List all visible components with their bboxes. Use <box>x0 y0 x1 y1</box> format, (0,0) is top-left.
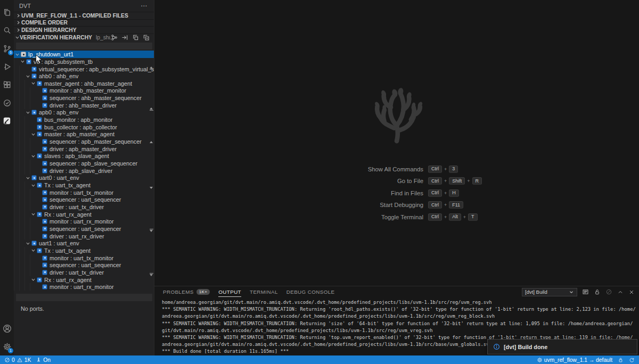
indent-guide <box>14 218 19 225</box>
section-label: COMPILE ORDER <box>21 20 68 26</box>
source-control-badge: 6 <box>8 50 13 55</box>
tree-item[interactable]: sequencer : uart_sequencer <box>14 261 154 269</box>
tree-item[interactable]: Rx : uart_rx_agent <box>14 211 154 218</box>
tree-item[interactable]: ahb0 : ahb_env <box>14 72 154 80</box>
verification-hierarchy-tree[interactable]: lp_shutdown_urt1ve : apb_subsystem_tbvir… <box>14 51 154 291</box>
collapse-all-icon[interactable] <box>143 34 150 41</box>
tree-item[interactable]: uart0 : uart_env <box>14 175 154 182</box>
tree-item[interactable]: master : apb_master_agent <box>14 131 154 138</box>
tree-item[interactable]: sequencer : uart_sequencer <box>14 196 154 204</box>
build-done-notification[interactable]: [dvt] Build done <box>487 339 637 354</box>
tree-item[interactable]: virtual_sequencer : apb_subsystem_virtua… <box>14 65 154 73</box>
tree-item[interactable]: sequencer : ahb_master_sequencer <box>14 94 154 102</box>
problems-status[interactable]: 0 1K <box>4 357 31 363</box>
reload-status[interactable] <box>629 357 635 363</box>
output-channel-select[interactable]: [dvt] Build <box>522 288 577 296</box>
lock-status[interactable] <box>618 357 624 363</box>
source-control-icon[interactable]: 6 <box>0 39 14 57</box>
tree-item[interactable]: sequencer : uart_sequencer <box>14 225 154 233</box>
tree-twisty[interactable] <box>24 110 31 115</box>
tree-item[interactable]: monitor : ahb_master_monitor <box>14 87 154 95</box>
tree-twisty[interactable] <box>14 52 20 57</box>
tree-item[interactable]: driver : apb_slave_driver <box>14 167 154 175</box>
unlock-auto-scroll-icon[interactable] <box>594 288 601 295</box>
clear-output-icon[interactable] <box>605 288 612 295</box>
tree-twisty[interactable] <box>30 183 36 188</box>
tab-problems[interactable]: PROBLEMS1K+ <box>163 286 210 297</box>
tree-item[interactable]: monitor : uart_rx_monitor <box>14 283 154 291</box>
reveal-icon[interactable] <box>121 34 128 41</box>
indent-guide <box>14 283 19 291</box>
tree-item[interactable]: driver : ahb_master_driver <box>14 102 154 109</box>
tree-twisty[interactable] <box>19 59 26 64</box>
tree-item[interactable]: driver : uart_tx_driver <box>14 269 154 276</box>
open-log-file-icon[interactable] <box>582 288 589 295</box>
tree-item[interactable]: sequencer : apb_slave_sequencer <box>14 160 154 167</box>
tree-twisty[interactable] <box>30 81 36 86</box>
search-icon[interactable] <box>0 21 14 39</box>
tree-item[interactable]: apb0 : apb_env <box>14 109 154 117</box>
maximize-panel-icon[interactable] <box>617 289 624 295</box>
tree-item[interactable]: sequencer : apb_master_sequencer <box>14 138 154 145</box>
tree-item[interactable]: monitor : uart_rx_monitor <box>14 218 154 225</box>
tree-item[interactable]: driver : uart_rx_driver <box>14 233 154 240</box>
indent-guide <box>19 239 24 247</box>
run-debug-icon[interactable] <box>0 57 14 76</box>
tree-twisty[interactable] <box>24 176 31 180</box>
tree-twisty[interactable] <box>30 154 36 159</box>
section-uvm-ref-flow-1-1-compiled-files[interactable]: UVM_REF_FLOW_1.1 - COMPILED FILES <box>14 12 154 19</box>
project-status[interactable]: uvm_ref_flow_1.1 → default <box>537 357 612 363</box>
indent-guide <box>24 218 30 225</box>
indent-guide <box>24 203 30 211</box>
explorer-icon[interactable] <box>0 3 14 21</box>
diagram-icon[interactable] <box>111 34 118 41</box>
tree-item[interactable]: lp_shutdown_urt1 <box>14 51 154 58</box>
close-panel-icon[interactable] <box>628 289 635 295</box>
extensions-icon[interactable] <box>0 76 14 94</box>
kbd-chip: Ctrl <box>428 189 442 197</box>
connection-status[interactable]: On <box>36 357 51 363</box>
section-verification-hierarchy[interactable]: VERIFICATION HIERARCHYlp_shutdown_urt1 <box>14 34 154 41</box>
tree-item[interactable]: Rx : uart_rx_agent <box>14 276 154 284</box>
accounts-icon[interactable] <box>0 319 14 337</box>
tree-item[interactable]: monitor : uart_tx_monitor <box>14 254 154 262</box>
uvm-component-icon <box>31 73 37 79</box>
ports-section-bar[interactable] <box>16 294 152 301</box>
tab-output[interactable]: OUTPUT <box>218 286 241 297</box>
tree-item[interactable]: bus_collector : apb_collector <box>14 123 154 131</box>
tree-item-label: virtual_sequencer : apb_subsystem_virtua… <box>39 66 154 72</box>
tree-item[interactable]: slaves : apb_slave_agent <box>14 153 154 160</box>
tree-item[interactable]: monitor : uart_tx_monitor <box>14 189 154 196</box>
tree-twisty[interactable] <box>24 241 31 246</box>
section-design-hierarchy[interactable]: DESIGN HIERARCHY <box>14 26 154 34</box>
problems-badge: 1K+ <box>196 289 210 295</box>
tree-twisty[interactable] <box>30 132 36 137</box>
tree-twisty[interactable] <box>24 74 31 79</box>
duplicate-icon[interactable] <box>132 34 139 41</box>
tree-twisty[interactable] <box>30 212 36 217</box>
tree-twisty[interactable] <box>30 277 36 282</box>
settings-badge: 1 <box>8 348 13 353</box>
tree-item[interactable]: uart1 : uart_env <box>14 239 154 247</box>
tree-twisty[interactable] <box>30 248 36 253</box>
dvt-icon[interactable] <box>0 112 14 130</box>
testing-icon[interactable] <box>0 94 14 112</box>
indent-guide <box>19 138 24 145</box>
tree-item[interactable]: Tx : uart_tx_agent <box>14 247 154 254</box>
tree-item[interactable]: Tx : uart_tx_agent <box>14 181 154 189</box>
section-compile-order[interactable]: COMPILE ORDER <box>14 19 154 27</box>
indent-guide <box>24 102 30 109</box>
tree-item[interactable]: master_agent : ahb_master_agent <box>14 80 154 87</box>
hierarchy-filter-input[interactable] <box>16 43 152 49</box>
tree-item-label: slaves : apb_slave_agent <box>44 153 109 159</box>
tab-debug-console[interactable]: DEBUG CONSOLE <box>286 286 335 297</box>
tree-item[interactable]: bus_monitor : apb_monitor <box>14 116 154 123</box>
indent-guide <box>14 175 19 182</box>
tree-item[interactable]: driver : apb_master_driver <box>14 145 154 153</box>
settings-gear-icon[interactable]: 1 <box>0 337 14 355</box>
more-actions-icon[interactable]: ⋯ <box>139 2 149 10</box>
tab-terminal[interactable]: TERMINAL <box>250 286 278 297</box>
tree-item-label: Rx : uart_rx_agent <box>44 211 92 218</box>
tree-item[interactable]: ve : apb_subsystem_tb <box>14 58 154 65</box>
tree-item[interactable]: driver : uart_tx_driver <box>14 203 154 211</box>
